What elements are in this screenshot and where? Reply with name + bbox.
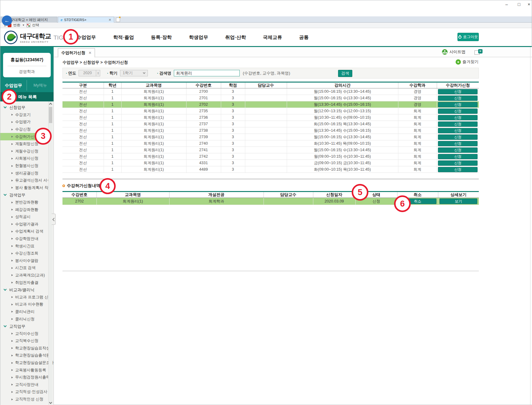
nav-item-4[interactable]: 취업·산학 [225, 34, 246, 41]
sidebar-item-1[interactable]: 수강포기 [0, 111, 49, 119]
sidebar-item-18[interactable]: 수강학점안내 [0, 235, 49, 243]
course-row-2735[interactable]: 전선1회계원리(1)27353월(12:00~13:15) 수(12:00~13… [62, 108, 479, 114]
history-row-2702[interactable]: 2702회계원리(1)회계학과2020.03.09신청취소보기 [62, 198, 479, 205]
apply-button-2736[interactable]: 신청 [438, 115, 478, 120]
sidebar-item-26[interactable]: 비교과 프로그램 신청 [0, 293, 49, 301]
apply-button-2701[interactable]: 신청 [438, 96, 478, 101]
course-row-2702[interactable]: 전선1회계원리(1)27023월(13:30~14:45) 수(15:00~16… [62, 101, 479, 108]
course-row-2739[interactable]: 전선1회계원리(1)27393월(15:00~16:15) 수(13:30~14… [62, 134, 479, 140]
course-row-2737[interactable]: 전선1회계원리(1)27373화(15:00~16:15) 목(13:30~14… [62, 121, 479, 127]
content-tab-close-icon[interactable]: ✕ [88, 51, 92, 55]
sidebar-item-17[interactable]: 수업계획서 검색 [0, 228, 49, 235]
sidebar-item-13[interactable]: 분반강좌현황 [0, 199, 49, 206]
sidebar-item-21[interactable]: 봉사이수열람 [0, 257, 49, 264]
sidebar-item-8[interactable]: 헌혈봉사신청 [0, 162, 49, 170]
sidebar-item-6[interactable]: 계절수강신청 [0, 148, 49, 155]
sidebar-item-31[interactable]: 교직이수신청 [0, 330, 49, 337]
nav-item-2[interactable]: 등록·장학 [151, 34, 172, 41]
nav-item-6[interactable]: 공통 [299, 34, 309, 41]
apply-button-2702[interactable]: 신청 [438, 102, 478, 107]
sidebar-item-38[interactable]: 교직사정안내 [0, 381, 49, 389]
new-tab-icon[interactable] [116, 18, 120, 22]
course-row-2740[interactable]: 전선1회계원리(1)27403화(10:30~11:45) 목(09:00~10… [62, 140, 479, 147]
keyword-input[interactable] [174, 70, 240, 76]
close-all-tabs-icon[interactable]: ✕ [474, 49, 483, 55]
apply-button-4331[interactable]: 신청 [438, 160, 478, 166]
scroll-down-icon[interactable] [49, 401, 52, 404]
sidebar-item-34[interactable]: 학교현장실습출석원 [0, 352, 49, 359]
semester-select[interactable]: 1학기 [120, 70, 148, 76]
sidebar-item-11[interactable]: 봉사 활동계획서 작성 [0, 184, 49, 192]
course-row-2736[interactable]: 전선1회계원리(1)27363월(10:30~11:45) 수(09:00~10… [62, 114, 479, 121]
back-icon[interactable]: ← [2, 15, 12, 26]
nav-item-0[interactable]: 수업업무 [77, 34, 96, 41]
logout-button[interactable]: 로그아웃 [457, 33, 479, 41]
nav-item-3[interactable]: 학생업무 [189, 34, 208, 41]
nav-item-5[interactable]: 국제교류 [263, 34, 282, 41]
select-button[interactable]: 선택 [32, 23, 39, 28]
add-favorite-link[interactable]: ★ 즐겨찾기 [456, 59, 478, 65]
sidebar-item-30[interactable]: 교직업무 [0, 323, 49, 330]
sidebar-item-28[interactable]: 클리닉관리 [0, 308, 49, 316]
apply-button-2742[interactable]: 신청 [438, 154, 478, 159]
university-logo[interactable] [4, 31, 18, 44]
close-icon[interactable]: × [524, 1, 532, 7]
content-tab-course-permission[interactable]: 수업허가신청 ✕ [58, 48, 95, 58]
sidebar-item-39[interactable]: 교직적성·인성검사 [0, 388, 49, 396]
sidebar-item-32[interactable]: 교직복수신청 [0, 337, 49, 345]
sidebar-item-10[interactable]: 유고결석신청서 서식 [0, 177, 49, 184]
course-row-4331[interactable]: 전선1회계원리(1)43313금(09:00~10:15) 금(10:30~11… [62, 160, 479, 166]
sidebar-item-29[interactable]: 클리닉신청 [0, 315, 49, 323]
apply-button-2735[interactable]: 신청 [438, 109, 478, 114]
sidebar-scrollbar[interactable] [48, 101, 53, 405]
convert-button[interactable]: 변환 [13, 23, 20, 28]
apply-button-2700[interactable]: 신청 [438, 89, 478, 94]
course-row-2738[interactable]: 전선1회계원리(1)27383월(13:30~14:45) 수(15:00~16… [62, 127, 479, 134]
search-button[interactable]: 검색 [338, 70, 352, 77]
apply-button-2739[interactable]: 신청 [438, 134, 478, 140]
sidebar-item-19[interactable]: 학생시간표 [0, 242, 49, 250]
sidebar-item-35[interactable]: 학교현장실습설문조사 [0, 359, 49, 367]
chevron-down-icon[interactable]: ▼ [22, 24, 25, 27]
sidebar-collapse-handle[interactable] [52, 214, 56, 225]
course-row-2701[interactable]: 전선1회계원리(1)27013월(15:00~16:15) 수(13:30~14… [62, 95, 479, 101]
sidebar-tab-my-menu[interactable]: My메뉴 [27, 80, 54, 91]
sidebar-item-36[interactable]: 교육봉사활동등록 [0, 366, 49, 374]
apply-button-2741[interactable]: 신청 [438, 147, 478, 153]
sidebar-item-9[interactable]: 생리공결신청 [0, 169, 49, 177]
apply-button-4489[interactable]: 신청 [438, 167, 478, 172]
course-row-2742[interactable]: 전선1회계원리(1)27423월(09:00~10:15) 수(10:30~11… [62, 153, 479, 160]
sidebar-item-15[interactable]: 성적공시 [0, 213, 49, 221]
sidebar-item-22[interactable]: 시간표 검색 [0, 264, 49, 272]
sidebar-item-0[interactable]: 신청업무 [0, 104, 49, 111]
sidebar-item-20[interactable]: 수강신청조회 [0, 250, 49, 257]
scroll-up-icon[interactable] [49, 103, 52, 106]
sidebar-item-40[interactable]: 교직적인성 신청 [0, 396, 49, 403]
course-row-2741[interactable]: 전선1회계원리(1)27413월(15:00~16:15) 수(13:30~14… [62, 147, 479, 153]
sidebar-item-12[interactable]: 검색업무 [0, 191, 49, 199]
sitemap-link[interactable]: 사이트맵 [442, 49, 466, 55]
sidebar-item-7[interactable]: 사회봉사신청 [0, 155, 49, 162]
view-button[interactable]: 보기 [440, 198, 477, 204]
sidebar-item-24[interactable]: 취업전자출결 [0, 279, 49, 286]
sidebar-item-14[interactable]: 폐강강좌현황 [0, 206, 49, 213]
sidebar-item-2[interactable]: 수업평가 [0, 118, 49, 126]
sidebar-item-37[interactable]: 무시험검정원서출력 [0, 374, 49, 381]
spinner-arrows-icon[interactable]: ▲▼ [96, 70, 100, 76]
apply-button-2740[interactable]: 신청 [438, 141, 478, 146]
maximize-icon[interactable]: □ [514, 1, 524, 7]
nav-item-1[interactable]: 학적·졸업 [113, 34, 134, 41]
apply-button-2737[interactable]: 신청 [438, 122, 478, 127]
browser-tab-stdtigers[interactable]: e STDTIGERS+ ✕ [58, 17, 114, 23]
minimize-icon[interactable]: – [502, 1, 511, 7]
sidebar-item-23[interactable]: 교과목개요(교과) [0, 272, 49, 279]
course-row-4489[interactable]: 전선1회계원리(1)44893화(09:00~10:15) 목(10:30~11… [62, 166, 479, 173]
year-stepper[interactable]: 2020 ▲▼ [79, 70, 100, 76]
apply-button-2738[interactable]: 신청 [438, 128, 478, 133]
sidebar-item-25[interactable]: 비교과/클리닉 [0, 286, 49, 294]
sidebar-item-16[interactable]: 수업평가결과 [0, 221, 49, 228]
sidebar-item-27[interactable]: 비교과 이수현황 [0, 301, 49, 308]
sidebar-tab-course-work[interactable]: 수업업무 [0, 80, 27, 91]
scrollbar-thumb[interactable] [49, 107, 52, 123]
sidebar-item-33[interactable]: 학교현장실습표작성 [0, 345, 49, 352]
